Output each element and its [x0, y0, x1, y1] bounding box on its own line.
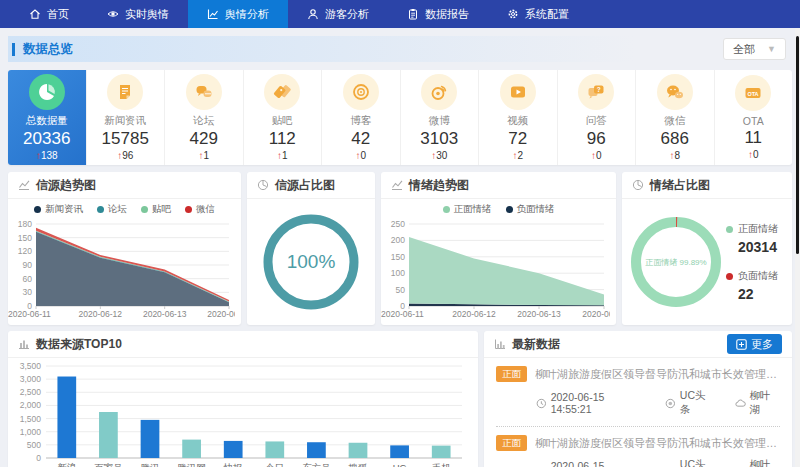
nav-label: 舆情分析 — [225, 7, 269, 22]
news-icon — [115, 82, 135, 102]
stat-card-wechat[interactable]: 微信 686 ↑8 — [636, 70, 715, 165]
stat-delta: 30 — [436, 150, 447, 161]
legend-item[interactable]: 负面情绪 — [506, 203, 555, 216]
stat-label: 新闻资讯 — [104, 114, 146, 128]
svg-text:1,000: 1,000 — [20, 427, 42, 437]
tag-icon — [272, 82, 292, 102]
stat-delta: 1 — [203, 150, 209, 161]
plus-square-icon — [736, 339, 747, 350]
stat-label: 视频 — [507, 114, 528, 128]
stat-card-blog[interactable]: 博客 42 ↑0 — [322, 70, 401, 165]
scrollbar-thumb[interactable] — [796, 36, 799, 254]
bar-chart-icon — [18, 338, 30, 350]
chart-legend: 正面情绪 负面情绪 — [381, 199, 616, 219]
svg-text:90: 90 — [23, 260, 33, 270]
item-time: 2020-06-15 14:55:21 — [551, 391, 646, 415]
stat-delta: 138 — [41, 150, 58, 161]
stat-card-forum[interactable]: 论坛 429 ↑1 — [165, 70, 244, 165]
nav-item-visitor[interactable]: 游客分析 — [288, 0, 388, 28]
svg-text:快报: 快报 — [223, 462, 243, 467]
stat-card-news[interactable]: 新闻资讯 15785 ↑96 — [87, 70, 166, 165]
nav-item-report[interactable]: 数据报告 — [388, 0, 488, 28]
legend-item[interactable]: 正面情绪 — [443, 203, 492, 216]
latest-list: 正面 柳叶湖旅游度假区领导督导防汛和城市长效管理工作 2020-06-15 14… — [484, 358, 792, 467]
nav-item-analysis[interactable]: 舆情分析 — [188, 0, 288, 28]
stat-delta: 96 — [122, 150, 133, 161]
svg-text:今日: 今日 — [265, 462, 284, 467]
stat-card-weibo[interactable]: 微博 3103 ↑30 — [401, 70, 480, 165]
svg-text:腾讯网: 腾讯网 — [177, 462, 206, 467]
item-title: 柳叶湖旅游度假区领导督导防汛和城市长效管理工作 — [535, 367, 780, 382]
stat-label: 微信 — [664, 114, 685, 128]
svg-text:30: 30 — [23, 287, 33, 297]
nav-item-config[interactable]: 系统配置 — [488, 0, 588, 28]
panel-latest: 最新数据 更多 正面 柳叶湖旅游度假区领导督导防汛和城市长效管理工作 2020-… — [484, 331, 792, 467]
svg-text:1,500: 1,500 — [20, 414, 42, 424]
legend-dot — [34, 206, 41, 213]
legend-item[interactable]: 正面情绪 20314 — [726, 222, 778, 255]
title-tick — [12, 43, 15, 56]
svg-text:3,000: 3,000 — [20, 374, 42, 384]
stat-value: 3103 — [420, 129, 458, 149]
charts-row: 信源趋势图 新闻资讯 论坛 贴吧 微信 03060901201501802020… — [8, 172, 792, 325]
svg-text:3,500: 3,500 — [20, 361, 42, 371]
stat-card-qa[interactable]: ? 问答 96 ↑0 — [558, 70, 637, 165]
svg-text:2020-06-13: 2020-06-13 — [517, 309, 561, 319]
legend-dot — [141, 206, 148, 213]
clipboard-icon — [407, 8, 419, 20]
panel-title: 信源趋势图 — [36, 177, 96, 194]
svg-text:100: 100 — [391, 268, 405, 278]
latest-item[interactable]: 正面 柳叶湖旅游度假区领导督导防汛和城市长效管理工作 2020-06-15 14… — [496, 358, 780, 427]
clock-icon — [536, 398, 547, 409]
legend-item[interactable]: 微信 — [185, 203, 215, 216]
svg-text:180: 180 — [18, 219, 32, 229]
stat-card-video[interactable]: 视频 72 ↑2 — [479, 70, 558, 165]
svg-text:150: 150 — [391, 252, 405, 262]
more-button[interactable]: 更多 — [727, 334, 782, 354]
nav-label: 首页 — [47, 7, 69, 22]
panel-source-trend: 信源趋势图 新闻资讯 论坛 贴吧 微信 03060901201501802020… — [8, 172, 241, 325]
stat-card-ota[interactable]: OTA OTA 11 ↑0 — [715, 70, 793, 165]
stat-value: 96 — [587, 129, 606, 149]
stat-card-total[interactable]: 总数据量 20336 ↑138 — [8, 70, 87, 165]
svg-text:2020-06-11: 2020-06-11 — [8, 309, 51, 319]
scrollbar-track[interactable] — [795, 28, 800, 467]
stat-label: 总数据量 — [26, 114, 68, 128]
dashboard-root: 首页 实时舆情 舆情分析 游客分析 数据报告 系统配置 数据总览 全部 ▼ — [0, 0, 800, 467]
legend-item[interactable]: 负面情绪 22 — [726, 269, 778, 302]
item-title: 柳叶湖旅游度假区领导督导防汛和城市长效管理工作 — [535, 436, 780, 451]
panel-title: 信源占比图 — [275, 177, 335, 194]
sentiment-trend-chart: 0501001502002502020-06-112020-06-122020-… — [381, 219, 610, 321]
svg-text:东方号: 东方号 — [302, 462, 331, 467]
stat-card-tieba[interactable]: 贴吧 112 ↑1 — [244, 70, 323, 165]
svg-text:150: 150 — [18, 233, 32, 243]
svg-text:2020-06-12: 2020-06-12 — [79, 309, 123, 319]
panel-title: 最新数据 — [512, 336, 560, 353]
legend-item[interactable]: 新闻资讯 — [34, 203, 83, 216]
video-icon — [508, 82, 528, 102]
stat-label: 博客 — [350, 114, 371, 128]
latest-item[interactable]: 正面 柳叶湖旅游度假区领导督导防汛和城市长效管理工作 2020-06-15 10… — [496, 427, 780, 467]
nav-item-home[interactable]: 首页 — [10, 0, 88, 28]
nav-item-realtime[interactable]: 实时舆情 — [88, 0, 188, 28]
svg-text:0: 0 — [36, 453, 41, 463]
legend-item[interactable]: 论坛 — [97, 203, 127, 216]
svg-text:120: 120 — [18, 246, 32, 256]
stats-row: 总数据量 20336 ↑138 新闻资讯 15785 ↑96 论坛 429 ↑1… — [8, 70, 792, 165]
legend-value: 22 — [738, 286, 778, 302]
legend-item[interactable]: 贴吧 — [141, 203, 171, 216]
pie-icon — [632, 179, 644, 191]
legend-dot — [726, 273, 733, 280]
svg-text:手机: 手机 — [432, 462, 452, 467]
item-keyword: 柳叶湖 — [750, 389, 781, 417]
legend-value: 20314 — [738, 239, 778, 255]
filter-select[interactable]: 全部 ▼ — [723, 38, 786, 60]
svg-text:百家号: 百家号 — [94, 462, 123, 467]
trend-chart-icon — [207, 8, 219, 20]
stat-label: 贴吧 — [272, 114, 293, 128]
stat-label: 问答 — [586, 114, 607, 128]
stat-value: 20336 — [23, 129, 70, 149]
stat-delta: 0 — [596, 150, 602, 161]
legend-dot — [506, 206, 513, 213]
donut-center-label: 正面情绪 99.89% — [645, 257, 706, 268]
